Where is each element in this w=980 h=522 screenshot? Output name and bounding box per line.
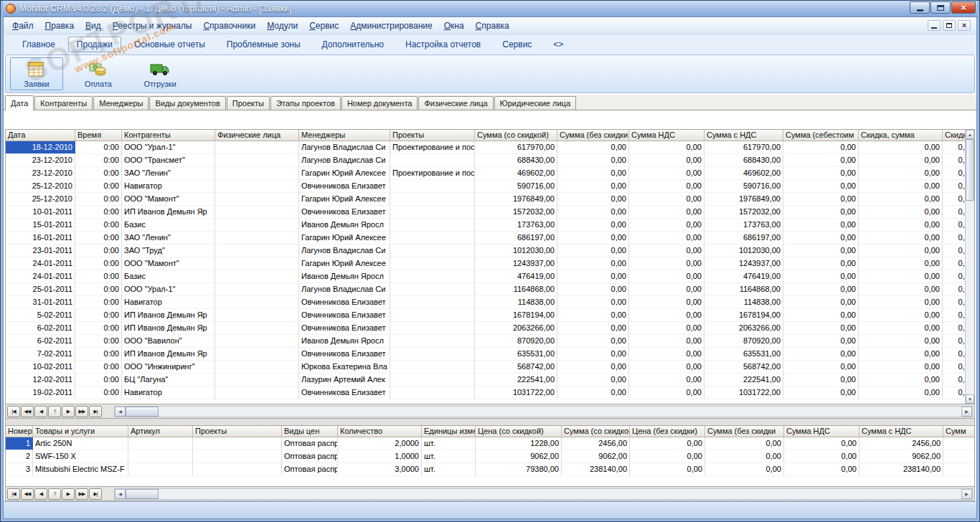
grid-cell[interactable]: 0,00 bbox=[629, 257, 705, 270]
menu-item-help[interactable]: Справка bbox=[470, 19, 515, 33]
table-row[interactable]: 7-02-20110:00ИП Иванов Демьян ЯрОвчинник… bbox=[6, 348, 965, 361]
grid-cell[interactable]: 0,00 bbox=[557, 154, 629, 167]
grid-cell[interactable]: Иванов Демьян Яросл bbox=[299, 270, 390, 283]
scroll-down-icon[interactable]: ▼ bbox=[966, 394, 974, 404]
grid-cell[interactable]: 2456,00 bbox=[859, 437, 943, 450]
grid-cell[interactable]: 1012030,00 bbox=[705, 245, 783, 257]
grid-cell[interactable] bbox=[215, 322, 299, 335]
grid-cell[interactable]: 3,0000 bbox=[338, 463, 422, 476]
grid-cell[interactable]: 0,00 bbox=[705, 437, 784, 450]
grid-cell[interactable]: ООО "Мамонт" bbox=[122, 257, 215, 270]
grid-cell[interactable]: 0,00 bbox=[783, 283, 859, 296]
grid-cell[interactable]: 0:00 bbox=[75, 206, 122, 219]
grid-cell[interactable]: Овчинникова Елизавет bbox=[299, 386, 390, 399]
grid-cell[interactable]: 1031722,00 bbox=[705, 386, 783, 399]
grid-cell[interactable]: 0,00 bbox=[630, 437, 705, 450]
grid-cell[interactable]: 0,00 bbox=[705, 450, 784, 463]
menu-item-windows[interactable]: Окна bbox=[438, 19, 470, 33]
ribbon-tab-report-settings[interactable]: Настройка отчетов bbox=[397, 37, 489, 52]
grid-cell[interactable] bbox=[128, 463, 193, 476]
grid-cell[interactable]: Базис bbox=[122, 270, 215, 283]
grid-cell[interactable]: 0,00 bbox=[859, 245, 943, 257]
grid-cell[interactable]: 1976849,00 bbox=[705, 193, 783, 206]
grid-cell[interactable]: 0,00 bbox=[943, 193, 965, 206]
grid-cell[interactable]: 870920,00 bbox=[705, 335, 783, 348]
table-row[interactable]: 12-02-20110:00БЦ "Лагуна"Лазурин Артемий… bbox=[6, 374, 965, 386]
grid-cell[interactable]: 114838,00 bbox=[475, 296, 557, 309]
grid-cell[interactable] bbox=[193, 463, 282, 476]
nav-next-page-button[interactable]: ▶▶ bbox=[75, 488, 88, 500]
grid-cell[interactable]: 6-02-2011 bbox=[6, 322, 75, 335]
grid-cell[interactable] bbox=[215, 167, 299, 180]
scrollbar-track[interactable] bbox=[966, 201, 974, 394]
nav-last-button[interactable]: ▶| bbox=[89, 406, 102, 417]
grid-cell[interactable]: 1164868,00 bbox=[475, 283, 557, 296]
grid-cell[interactable] bbox=[390, 348, 475, 361]
grid-cell[interactable]: 0,00 bbox=[629, 296, 705, 309]
grid-cell[interactable]: 469602,00 bbox=[705, 167, 783, 180]
grid-cell[interactable]: 0,00 bbox=[557, 335, 629, 348]
grid-cell[interactable]: 0,00 bbox=[557, 232, 629, 245]
grid-cell[interactable]: 0,00 bbox=[783, 245, 859, 257]
grid-cell[interactable]: Оптовая распрод bbox=[282, 437, 338, 450]
column-header[interactable]: Сумма с НДС bbox=[859, 426, 943, 437]
grid-cell[interactable]: Проектирование и пост bbox=[390, 167, 475, 180]
mdi-minimize-button[interactable] bbox=[928, 20, 941, 31]
menu-item-service[interactable]: Сервис bbox=[303, 19, 344, 33]
column-header[interactable]: Цена (со скидкой) bbox=[476, 426, 562, 437]
grid-cell[interactable]: 0,00 bbox=[705, 463, 784, 476]
table-row[interactable]: 24-01-20110:00ООО "Мамонт"Гагарин Юрий А… bbox=[6, 257, 965, 270]
grid-cell[interactable]: 1243937,00 bbox=[475, 257, 557, 270]
grid-cell[interactable]: 0,00 bbox=[859, 180, 943, 193]
grid-cell[interactable]: 0,00 bbox=[557, 348, 629, 361]
grid-cell[interactable]: 3 bbox=[6, 463, 33, 476]
grid-cell[interactable] bbox=[215, 154, 299, 167]
scroll-left-icon[interactable]: ◀ bbox=[115, 489, 126, 499]
grid-cell[interactable] bbox=[215, 309, 299, 322]
grid-cell[interactable]: 1572032,00 bbox=[705, 206, 783, 219]
grid-cell[interactable]: Навигатор bbox=[122, 180, 215, 193]
grid-cell[interactable] bbox=[215, 283, 299, 296]
grid-cell[interactable]: 568742,00 bbox=[475, 361, 557, 374]
grid-cell[interactable]: 0,00 bbox=[557, 245, 629, 257]
grid-cell[interactable] bbox=[390, 206, 475, 219]
grid-cell[interactable]: 0,00 bbox=[943, 270, 965, 283]
grid-cell[interactable]: 0,00 bbox=[783, 361, 859, 374]
grid-cell[interactable]: 238140,00 bbox=[562, 463, 630, 476]
column-header[interactable]: Цена (без скидки) bbox=[630, 426, 705, 437]
grid-cell[interactable] bbox=[390, 361, 475, 374]
grid-cell[interactable]: ИП Иванов Демьян Яр bbox=[122, 309, 215, 322]
grid-cell[interactable] bbox=[390, 374, 475, 386]
grid-cell[interactable]: 0,00 bbox=[783, 335, 859, 348]
grid-cell[interactable]: 0:00 bbox=[75, 270, 122, 283]
grid-cell[interactable]: БЦ "Лагуна" bbox=[122, 374, 215, 386]
view-tab-project-stages[interactable]: Этапы проектов bbox=[270, 96, 341, 110]
column-header[interactable]: Сумма НДС bbox=[784, 426, 859, 437]
grid-cell[interactable]: Гагарин Юрий Алексее bbox=[299, 232, 390, 245]
grid-cell[interactable]: 12-02-2011 bbox=[6, 374, 75, 386]
grid-cell[interactable]: Artic 250N bbox=[33, 437, 128, 450]
grid-cell[interactable]: 1,0000 bbox=[338, 450, 422, 463]
column-header[interactable]: Артикул bbox=[128, 426, 193, 437]
grid-cell[interactable]: 0,00 bbox=[629, 167, 705, 180]
nav-prior-button[interactable]: ◀ bbox=[34, 488, 47, 500]
column-header[interactable]: Сумма (со скидкой) bbox=[475, 130, 557, 141]
scrollbar-thumb[interactable] bbox=[966, 139, 974, 201]
grid-cell[interactable] bbox=[390, 296, 475, 309]
grid-cell[interactable]: 0,00 bbox=[629, 141, 705, 154]
grid-cell[interactable]: 0,00 bbox=[629, 386, 705, 399]
mdi-close-button[interactable]: × bbox=[958, 20, 971, 31]
grid-cell[interactable] bbox=[215, 270, 299, 283]
grid-cell[interactable]: Оптовая распрод bbox=[282, 450, 338, 463]
grid-cell[interactable]: 9062,00 bbox=[562, 450, 630, 463]
grid-cell[interactable] bbox=[128, 437, 193, 450]
grid-cell[interactable]: 0:00 bbox=[75, 322, 122, 335]
nav-next-page-button[interactable]: ▶▶ bbox=[75, 406, 88, 417]
grid-cell[interactable]: 0,00 bbox=[783, 374, 859, 386]
view-tab-legal-entities[interactable]: Юридические лица bbox=[494, 96, 576, 110]
table-row[interactable]: 25-12-20100:00ООО "Мамонт"Гагарин Юрий А… bbox=[6, 193, 965, 206]
horizontal-scrollbar[interactable]: ◀ ▶ bbox=[114, 488, 973, 500]
grid-cell[interactable]: 0,00 bbox=[784, 437, 859, 450]
grid-cell[interactable]: Гагарин Юрий Алексее bbox=[299, 167, 390, 180]
orders-button[interactable]: Заявки bbox=[10, 57, 63, 90]
